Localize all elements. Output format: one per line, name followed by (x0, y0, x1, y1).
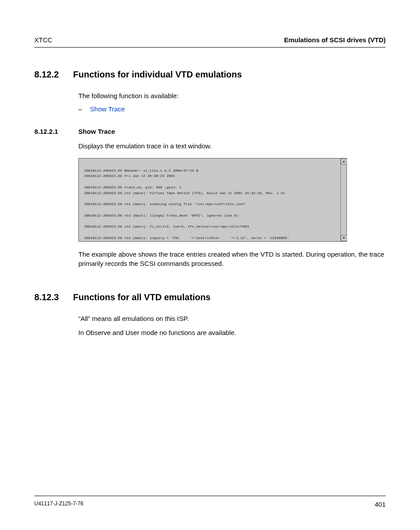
footer-rule (34, 496, 386, 496)
bullet-item: – Show Trace (78, 105, 386, 113)
footer-row: U41117-J-Z125-7-76 401 (34, 501, 386, 508)
heading-number: 8.12.2 (34, 70, 65, 80)
scroll-up-button[interactable]: ▲ (341, 158, 347, 165)
trace-viewport: 20010112-205023.D8 $Header: vl_tlss.c 8.… (79, 158, 340, 241)
paragraph-all-meaning: “All” means all emulations on this ISP. (78, 314, 386, 324)
header-right: Emulations of SCSI drives (VTD) (284, 36, 386, 44)
running-header: XTCC Emulations of SCSI drives (VTD) (34, 36, 386, 46)
show-trace-description: Displays the emulation trace in a text w… (78, 141, 386, 151)
bullet-dash: – (78, 105, 82, 113)
page-number: 401 (375, 501, 386, 508)
section-body: The following function is available: – S… (78, 91, 386, 113)
heading-8-12-3: 8.12.3 Functions for all VTD emulations (34, 292, 386, 302)
section-body: “All” means all emulations on this ISP. … (78, 314, 386, 338)
paragraph-observe-user: In Observe and User mode no functions ar… (78, 328, 386, 338)
heading-number: 8.12.2.1 (34, 128, 70, 135)
heading-number: 8.12.3 (34, 292, 65, 302)
heading-8-12-2: 8.12.2 Functions for individual VTD emul… (34, 70, 386, 80)
chevron-down-icon: ▼ (342, 236, 346, 240)
page: XTCC Emulations of SCSI drives (VTD) 8.1… (0, 0, 420, 530)
scrollbar-vertical[interactable]: ▲ ▼ (340, 158, 346, 241)
spacer (34, 273, 386, 292)
heading-title: Show Trace (78, 128, 115, 135)
page-footer: U41117-J-Z125-7-76 401 (34, 496, 386, 508)
heading-8-12-2-1: 8.12.2.1 Show Trace (34, 128, 386, 135)
header-left: XTCC (34, 36, 52, 44)
chevron-up-icon: ▲ (342, 160, 346, 163)
trace-caption: The example above shows the trace entrie… (78, 250, 386, 269)
heading-title: Functions for individual VTD emulations (73, 70, 242, 80)
heading-title: Functions for all VTD emulations (73, 292, 210, 302)
trace-window: 20010112-205023.D8 $Header: vl_tlss.c 8.… (78, 158, 347, 242)
trace-text: 20010112-205023.D8 $Header: vl_tlss.c 8.… (84, 168, 337, 241)
content: 8.12.2 Functions for individual VTD emul… (34, 48, 386, 338)
document-id: U41117-J-Z125-7-76 (34, 501, 83, 508)
section-body: Displays the emulation trace in a text w… (78, 141, 386, 269)
intro-paragraph: The following function is available: (78, 91, 386, 101)
scroll-down-button[interactable]: ▼ (341, 235, 347, 241)
show-trace-link[interactable]: Show Trace (90, 105, 125, 113)
